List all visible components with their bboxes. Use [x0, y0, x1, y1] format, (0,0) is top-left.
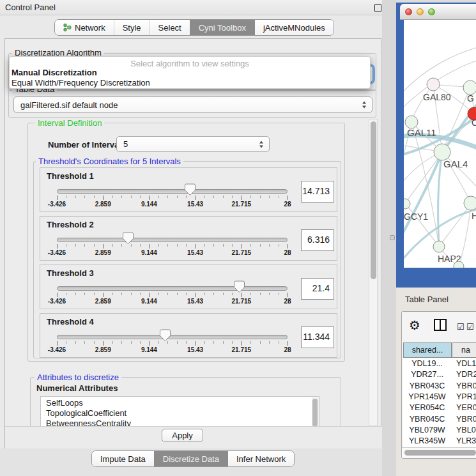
slider-thumb[interactable]	[123, 232, 134, 245]
splitter-handle[interactable]	[390, 235, 395, 240]
column-header-na[interactable]: na	[452, 342, 476, 358]
tab-jactivemnodules[interactable]: jActiveMNodules	[254, 20, 334, 35]
table-cell[interactable]: YBR045C	[403, 415, 451, 424]
tick-mark	[112, 341, 113, 344]
algorithm-option[interactable]: Manual Discretization	[12, 68, 97, 77]
table-row[interactable]: YDR27...YDR2	[403, 370, 476, 381]
table-row[interactable]: YER054CYER0	[403, 403, 476, 414]
table-cell[interactable]: YBR0	[456, 415, 476, 424]
threshold-value-field[interactable]: 21.4	[301, 278, 334, 300]
settings-scrollbar[interactable]	[369, 119, 378, 426]
tab-network[interactable]: Network	[55, 20, 114, 35]
green-traffic-light-icon[interactable]	[428, 8, 435, 15]
tick-mark	[177, 244, 178, 247]
table-cell[interactable]: YER0	[456, 403, 476, 412]
table-cell[interactable]: YDR2	[456, 370, 476, 379]
table-h-scrollbar[interactable]	[402, 447, 476, 459]
slider-thumb[interactable]	[234, 280, 245, 293]
network-node[interactable]	[463, 81, 476, 95]
tick-mark	[94, 196, 95, 198]
numerical-attributes-list[interactable]: SelfLoopsTopologicalCoefficientBetweenne…	[40, 396, 319, 426]
slider-track[interactable]	[57, 335, 288, 339]
table-cell[interactable]: YBR043C	[403, 381, 451, 390]
table-row[interactable]: YBR045CYBR0	[403, 415, 476, 426]
checkbox-icon[interactable]: ☑	[457, 322, 464, 332]
gear-icon[interactable]: ⚙	[409, 318, 420, 333]
tick-label: 28	[284, 249, 291, 256]
threshold-panel: Threshold 4-3.4262.8599.14415.4321.71528…	[40, 313, 337, 358]
network-node[interactable]	[404, 199, 410, 209]
attributes-scrollbar[interactable]	[312, 397, 319, 426]
tab-infer-network[interactable]: Infer Network	[227, 451, 294, 466]
network-node[interactable]	[464, 196, 476, 210]
attribute-item[interactable]: SelfLoops	[46, 398, 83, 408]
slider-thumb[interactable]	[185, 183, 196, 196]
tick-mark	[250, 341, 251, 344]
network-node[interactable]	[433, 241, 445, 252]
network-canvas[interactable]: GAL80GCGAL11GAL4GCY1HHAP2	[404, 20, 476, 268]
tick-mark	[167, 244, 168, 247]
tab-discretize-data[interactable]: Discretize Data	[154, 451, 227, 466]
table-cell[interactable]: YPR145W	[403, 392, 451, 401]
attribute-item[interactable]: TopologicalCoefficient	[46, 408, 127, 418]
table-row[interactable]: YPR145WYPR1	[403, 392, 476, 403]
node-label: C	[472, 118, 476, 128]
tick-label: -3.426	[48, 201, 66, 208]
table-cell[interactable]: YBL0	[456, 426, 476, 434]
number-of-intervals-value: 5	[123, 139, 128, 149]
network-node[interactable]	[427, 78, 440, 91]
tab-style[interactable]: Style	[114, 20, 150, 35]
table-cell[interactable]: YER054C	[403, 403, 451, 412]
yellow-traffic-light-icon[interactable]	[417, 8, 424, 15]
red-traffic-light-icon[interactable]	[405, 8, 412, 15]
table-cell[interactable]: YBR0	[456, 381, 476, 390]
slider-track[interactable]	[57, 286, 288, 291]
table-cell[interactable]: YDL19...	[403, 359, 451, 368]
number-of-intervals-combo[interactable]: 5	[116, 136, 270, 152]
algorithm-option[interactable]: Equal Width/Frequency Discretization	[12, 78, 150, 88]
slider-track[interactable]	[57, 238, 288, 242]
interval-definition-label: Interval Definition	[35, 119, 104, 127]
tick-mark	[269, 341, 270, 344]
table-row[interactable]: YLR345WYLR3	[403, 436, 476, 447]
threshold-value-field[interactable]: 14.713	[301, 181, 334, 203]
float-window-icon[interactable]	[374, 4, 381, 12]
tick-mark	[269, 293, 270, 295]
table-data-combo[interactable]: galFiltered.sif default node	[13, 96, 372, 113]
h-scrollbar-thumb[interactable]	[404, 450, 476, 456]
table-row[interactable]: YDL19...YDL1	[403, 359, 476, 370]
table-cell[interactable]: YDR27...	[403, 370, 451, 379]
table-cell[interactable]: YLR345W	[403, 436, 451, 445]
column-header-shared[interactable]: shared...	[403, 342, 452, 358]
checkbox-icon[interactable]: ☑	[466, 322, 474, 332]
tick-mark	[279, 341, 279, 344]
tick-mark	[232, 244, 233, 247]
tick-mark	[84, 196, 85, 198]
popup-header: Select algorithm to view settings	[10, 59, 370, 68]
algorithm-popup: Select algorithm to view settings Manual…	[9, 56, 371, 89]
table-cell[interactable]: YPR1	[456, 392, 476, 401]
tab-select[interactable]: Select	[150, 20, 190, 35]
network-node[interactable]	[405, 116, 418, 128]
tab-impute-data[interactable]: Impute Data	[92, 451, 154, 466]
tick-mark	[131, 293, 132, 295]
slider-thumb[interactable]	[160, 329, 171, 342]
threshold-label: Threshold 1	[47, 171, 94, 181]
threshold-value-field[interactable]: 6.316	[301, 229, 334, 251]
attribute-item[interactable]: BetweennessCentrality	[46, 418, 131, 426]
slider-track[interactable]	[57, 189, 288, 194]
control-panel-titlebar: Control Panel ✖	[0, 0, 382, 15]
scrollbar-thumb[interactable]	[371, 121, 376, 279]
apply-button[interactable]: Apply	[162, 429, 203, 442]
tick-mark	[149, 244, 150, 249]
table-row[interactable]: YBL079WYBL0	[403, 426, 476, 436]
table-cell[interactable]: YLR3	[456, 436, 476, 445]
tick-mark	[186, 244, 187, 247]
threshold-value-field[interactable]: 11.344	[301, 326, 334, 348]
split-columns-icon[interactable]	[434, 319, 447, 331]
table-cell[interactable]: YBL079W	[403, 426, 451, 434]
tab-cyni-toolbox[interactable]: Cyni Toolbox	[190, 20, 254, 35]
table-row[interactable]: YBR043CYBR0	[403, 381, 476, 392]
table-cell[interactable]: YDL1	[456, 359, 476, 368]
tick-mark	[94, 341, 95, 344]
